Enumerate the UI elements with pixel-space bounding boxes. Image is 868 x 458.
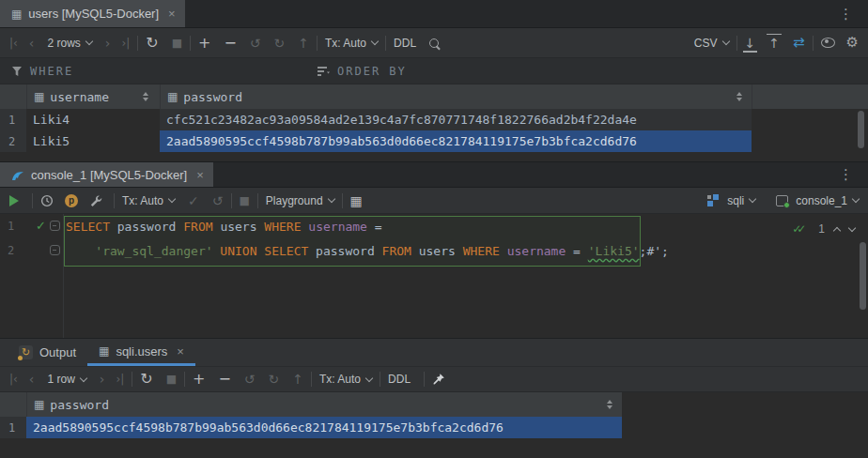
cell-username[interactable]: Liki4 [26,109,160,130]
order-by-input[interactable]: ORDER BY [337,65,407,78]
view-options-eye-icon[interactable] [821,38,835,48]
sql-column-ref: username [500,244,573,258]
run-icon[interactable] [9,195,19,206]
ddl-button[interactable]: DDL [394,37,416,50]
sort-toggle-icon[interactable] [607,400,612,409]
row-number[interactable]: 2 [0,130,26,152]
add-row-icon[interactable]: + [198,36,210,51]
submit-icon[interactable]: ↑ [292,373,303,386]
chevron-down-icon[interactable] [848,224,856,232]
where-filter-input[interactable]: WHERE [30,65,73,78]
tab-output[interactable]: ↻ Output [8,339,87,366]
fold-marker-icon[interactable] [50,221,60,231]
wrench-settings-icon[interactable] [89,194,102,207]
fold-marker-icon[interactable] [50,245,60,255]
divider [257,193,258,208]
execute-in-table-icon[interactable]: ▦ [350,194,363,207]
column-header-password[interactable]: ▦ password [26,392,622,417]
gear-icon[interactable]: ⚙ [846,36,859,50]
row-number[interactable]: 1 [0,109,26,130]
undo-icon[interactable]: ↺ [244,373,256,386]
undo-icon[interactable]: ↺ [250,37,261,50]
kebab-menu-icon[interactable]: ⋮ [839,6,853,23]
console-toolbar: p Tx: Auto ✓ ↺ ■ Playground ▦ sqli [0,188,868,214]
tab-users-table[interactable]: ▦ users [MySQL5-Docker] × [0,0,185,27]
compare-icon[interactable]: ⇄ [793,36,805,50]
reload-icon[interactable]: ↻ [140,372,152,387]
cell-password[interactable]: cfc521c23482ac93a09584ad2e139c4a7fc87077… [160,109,752,130]
sort-lines-icon [318,66,330,77]
reload-icon[interactable]: ↻ [146,36,158,51]
tx-mode-label: Tx: Auto [122,194,163,207]
column-header-username[interactable]: ▦ username [26,84,160,109]
submit-icon[interactable]: ↑ [298,37,309,50]
revert-icon[interactable]: ↻ [274,37,286,50]
sql-editor[interactable]: 1 2 ✓ SELECT password FROM users WHERE u… [0,214,868,338]
next-page-icon[interactable]: › [100,373,105,386]
export-download-icon[interactable]: ↓ [745,37,756,50]
sort-toggle-icon[interactable] [736,92,742,101]
first-page-icon[interactable]: |‹ [9,374,18,385]
line-number: 1 [8,220,24,233]
sql-keyword: FROM [183,220,212,234]
divider [424,372,425,387]
close-icon[interactable]: × [168,7,176,21]
pin-icon[interactable] [432,373,445,386]
tx-mode-dropdown[interactable]: Tx: Auto [325,37,378,50]
cell-password-selected[interactable]: 2aad5890595ccf4598b787b99ab563d0d66ec821… [160,130,752,152]
row-number[interactable]: 1 [0,417,26,438]
revert-icon[interactable]: ↻ [269,373,280,386]
table-icon: ▦ [11,8,22,21]
grid-toolbar: |‹ ‹ 2 rows › ›| ↻ ■ + − ↺ ↻ ↑ Tx: Auto … [0,28,868,58]
close-icon[interactable]: × [196,168,204,182]
add-row-icon[interactable]: + [193,372,205,387]
sql-keyword: FROM [382,244,411,258]
page-size-dropdown[interactable]: 2 rows [47,37,91,50]
chevron-up-icon[interactable] [833,226,841,234]
column-name: password [183,90,242,104]
chevron-down-icon [721,38,729,45]
results-tabbar: ↻ Output ▦ sqli.users × [0,338,868,366]
cell-password-selected[interactable]: 2aad5890595ccf4598b787b99ab563d0d66ec821… [26,417,622,438]
last-page-icon[interactable]: ›| [121,38,130,49]
delete-row-icon[interactable]: − [224,36,236,51]
playground-mode-dropdown[interactable]: Playground [266,194,334,207]
prev-page-icon[interactable]: ‹ [29,373,35,386]
column-icon: ▦ [167,90,178,103]
prev-page-icon[interactable]: ‹ [29,37,35,50]
rollback-icon[interactable]: ↺ [212,194,224,207]
tab-console[interactable]: console_1 [MySQL5-Docker] × [0,162,213,187]
ddl-button[interactable]: DDL [388,373,411,386]
kebab-menu-icon[interactable]: ⋮ [839,166,853,183]
close-icon[interactable]: × [177,344,184,359]
last-page-icon[interactable]: ›| [116,374,124,385]
divider [190,36,191,51]
tx-mode-dropdown[interactable]: Tx: Auto [122,194,175,207]
page-size-dropdown[interactable]: 1 row [47,373,85,386]
stop-icon[interactable]: ■ [172,38,182,49]
session-dropdown[interactable]: console_1 [796,194,859,207]
tab-result-grid[interactable]: ▦ sqli.users × [87,339,195,366]
divider [317,36,318,51]
next-page-icon[interactable]: › [105,37,111,50]
chevron-down-icon [365,374,373,381]
history-clock-icon[interactable] [40,194,54,207]
stop-icon[interactable]: ■ [240,195,250,206]
import-upload-icon[interactable]: ↑ [768,37,780,50]
stop-icon[interactable]: ■ [166,374,177,385]
commit-check-icon[interactable]: ✓ [188,194,199,207]
sort-toggle-icon[interactable] [143,92,148,101]
editor-scrollbar[interactable] [860,242,866,310]
chevron-down-icon [852,195,860,203]
delete-row-icon[interactable]: − [218,372,230,387]
column-header-password[interactable]: ▦ password [160,84,752,109]
export-format-dropdown[interactable]: CSV [694,37,729,50]
tx-mode-dropdown[interactable]: Tx: Auto [319,373,372,386]
search-icon[interactable] [429,38,439,48]
cell-username[interactable]: Liki5 [26,130,160,152]
schema-dropdown[interactable]: sqli [727,194,755,207]
parameters-badge-icon[interactable]: p [65,194,78,207]
grid-scrollbar[interactable] [858,111,864,148]
sql-text: password [308,244,381,258]
first-page-icon[interactable]: |‹ [9,38,18,49]
